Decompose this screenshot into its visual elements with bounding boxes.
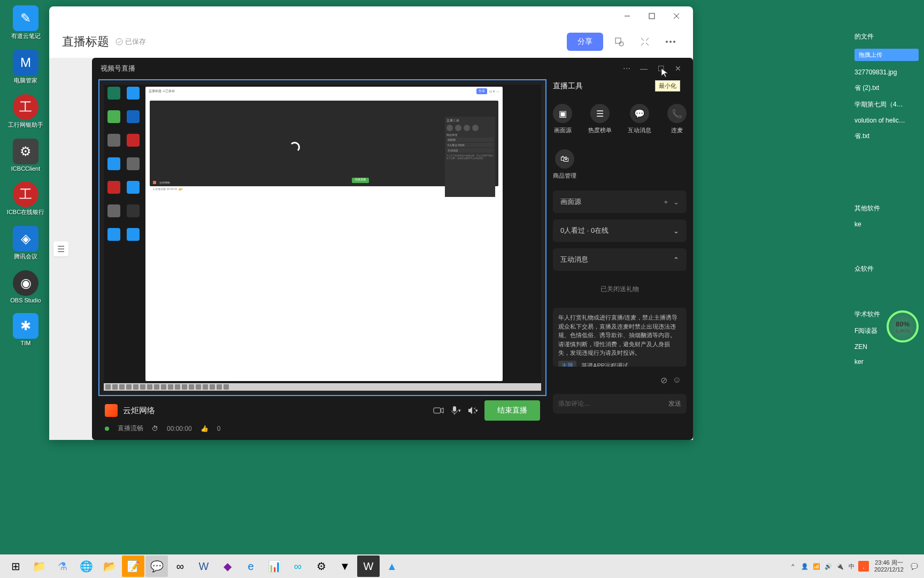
stream-header: 视频号直播 ⋯ — ☐ ✕ 最小化 [92, 58, 693, 79]
saved-badge: 已保存 [116, 37, 146, 47]
tb-explorer[interactable]: 📂 [98, 556, 121, 577]
tray-notifications-icon[interactable]: 💬 [909, 561, 920, 572]
desktop-icon-youdao[interactable]: ✎ 有道云笔记 [4, 5, 47, 40]
stream-preview-area: 直播标题 ⊙已保存 分享 ⊡ ✕ ⋯ 直播工具 [98, 79, 546, 434]
start-button[interactable]: ⊞ [4, 556, 27, 577]
icon-label: ICBC在线银行 [7, 208, 44, 216]
tray-wifi-icon[interactable]: 📶 [811, 561, 822, 572]
desktop-icon-icbc-online[interactable]: 工 ICBC在线银行 [4, 181, 47, 216]
tool-messages[interactable]: 💬 互动消息 [628, 104, 651, 134]
camera-button[interactable] [433, 405, 444, 416]
tool-ranking[interactable]: ☰ 热度榜单 [588, 104, 612, 134]
tray-people-icon[interactable]: 👤 [799, 561, 810, 572]
channel-avatar[interactable] [105, 404, 118, 417]
preview-frame[interactable]: 直播标题 ⊙已保存 分享 ⊡ ✕ ⋯ 直播工具 [98, 79, 546, 396]
taskbar-clock[interactable]: 23:46 周一 2022/12/12 [870, 559, 908, 573]
stream-sidebar: 直播工具 ▣ 画面源 ☰ 热度榜单 💬 [553, 79, 687, 434]
desktop-icon-pcmanager[interactable]: M 电脑管家 [4, 50, 47, 85]
tool-products[interactable]: 🛍 商品管理 [553, 149, 576, 180]
block-icon[interactable]: ⊘ [660, 375, 667, 385]
speaker-button[interactable]: ▾ [467, 405, 478, 416]
stream-title: 视频号直播 [101, 64, 135, 73]
tb-word[interactable]: W [192, 556, 215, 577]
svg-point-7 [666, 41, 668, 43]
desktop-icon-obs[interactable]: ◉ OBS Studio [4, 270, 47, 303]
file-item[interactable]: 学期第七周（4… [854, 100, 919, 109]
upload-button[interactable]: 拖拽上传 [854, 49, 919, 61]
tb-edge[interactable]: e [240, 556, 262, 577]
file-item[interactable]: ker [854, 358, 919, 366]
tb-app-15[interactable]: W [357, 556, 380, 577]
desktop-icon-icbc-helper[interactable]: 工 工行网银助手 [4, 94, 47, 129]
icon-label: 腾讯会议 [14, 253, 37, 261]
close-icon [673, 13, 680, 19]
tb-app-16[interactable]: ▲ [381, 556, 403, 577]
file-item[interactable]: 其他软件 [854, 204, 919, 213]
more-button[interactable] [661, 32, 680, 51]
stream-likes: 0 [217, 425, 221, 432]
tb-app-7[interactable]: ∞ [169, 556, 191, 577]
topic-text: 菜谱APP远程调试 [581, 362, 628, 367]
stream-close-button[interactable]: ✕ [672, 62, 684, 75]
tray-battery-icon[interactable]: 🔌 [835, 561, 845, 572]
notice-text: 年人打赏礼物或进行直播/连麦，禁止主播诱导观众私下交易，直播及连麦时禁止出现违法… [553, 308, 687, 367]
tb-chrome[interactable]: 🌐 [75, 556, 97, 577]
tb-app-1[interactable]: 📁 [28, 556, 50, 577]
emoji-icon[interactable]: ☺ [673, 375, 681, 385]
mic-button[interactable]: ▾ [450, 405, 461, 416]
fullscreen-button[interactable] [635, 32, 654, 51]
tray-ime-icon[interactable]: 中 [846, 561, 857, 572]
tb-sublime[interactable]: 📝 [122, 556, 144, 577]
end-stream-button[interactable]: 结束直播 [484, 400, 540, 421]
minimize-button[interactable] [615, 8, 640, 24]
tb-app-2[interactable]: ⚗ [51, 556, 74, 577]
minimize-icon [624, 13, 630, 19]
tray-up-icon[interactable]: ^ [788, 561, 798, 572]
desktop-icon-tim[interactable]: ✱ TIM [4, 313, 47, 346]
tray-volume-icon[interactable]: 🔊 [823, 561, 834, 572]
file-item[interactable]: 省.txt [854, 132, 919, 141]
stream-more-button[interactable]: ⋯ [620, 62, 633, 75]
comment-input[interactable]: 添加评论… [558, 399, 664, 408]
rail-tool-1[interactable]: ☰ [53, 241, 68, 256]
tool-call[interactable]: 📞 连麦 [667, 104, 687, 134]
file-item[interactable]: 的文件 [854, 32, 919, 41]
svg-rect-1 [649, 13, 654, 19]
file-item[interactable]: volution of helic… [854, 117, 919, 124]
add-icon[interactable]: + [664, 198, 668, 206]
stream-minimize-button[interactable]: — [637, 62, 650, 75]
messages-card[interactable]: 互动消息 ⌃ [553, 248, 687, 271]
svg-point-6 [619, 42, 623, 46]
close-button[interactable] [664, 8, 689, 24]
file-item[interactable]: 省 (2).txt [854, 83, 919, 93]
check-icon [116, 38, 123, 45]
preview-footer: 云炬网络 ▾ [98, 396, 546, 434]
tool-source[interactable]: ▣ 画面源 [553, 104, 572, 134]
share-button[interactable]: 分享 [567, 33, 603, 51]
tray-input-icon[interactable]: , [858, 561, 869, 572]
svg-rect-10 [434, 408, 441, 413]
tb-app-12[interactable]: ∞ [287, 556, 309, 577]
minimize-tooltip: 最小化 [655, 80, 680, 92]
tb-app-14[interactable]: ▼ [334, 556, 356, 577]
file-item[interactable]: 327709831.jpg [854, 69, 919, 76]
maximize-button[interactable] [640, 8, 664, 24]
desktop-icon-tencent-meeting[interactable]: ◈ 腾讯会议 [4, 226, 47, 261]
tb-settings[interactable]: ⚙ [310, 556, 333, 577]
network-speed-gauge[interactable]: 80% 1.4K/s [887, 310, 919, 343]
tb-app-9[interactable]: ◆ [216, 556, 238, 577]
page-title: 直播标题 [62, 34, 109, 50]
chevron-down-icon[interactable]: ⌄ [673, 198, 679, 206]
file-item[interactable]: ke [854, 220, 919, 228]
desktop-icon-icbcclient[interactable]: ⚙ ICBCClient [4, 139, 47, 172]
tb-wechat[interactable]: 💬 [145, 556, 168, 577]
tb-app-11[interactable]: 📊 [263, 556, 286, 577]
source-card[interactable]: 画面源 + ⌄ [553, 191, 687, 213]
file-item[interactable]: ZEN [854, 343, 919, 351]
send-button[interactable]: 发送 [668, 399, 681, 408]
chevron-down-icon[interactable]: ⌄ [673, 227, 679, 235]
viewers-card[interactable]: 0人看过 · 0在线 ⌄ [553, 219, 687, 242]
chevron-up-icon[interactable]: ⌃ [673, 256, 679, 264]
file-item[interactable]: 众软件 [854, 264, 919, 273]
zoom-button[interactable] [610, 32, 629, 51]
